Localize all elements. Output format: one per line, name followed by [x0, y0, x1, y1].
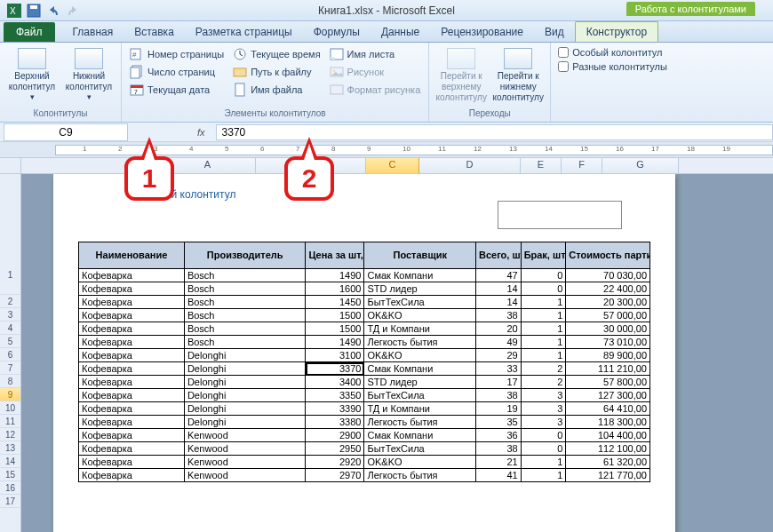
table-cell[interactable]: ТД и Компани [364, 402, 476, 416]
table-row[interactable]: КофеваркаDelonghi3350БытТехСила383127 30… [79, 389, 650, 402]
table-cell[interactable]: Кофеварка [79, 416, 185, 429]
table-row[interactable]: КофеваркаKenwood2950БытТехСила380112 100… [79, 442, 650, 456]
table-cell[interactable]: 3350 [306, 389, 364, 402]
table-cell[interactable]: Кофеварка [79, 376, 185, 389]
table-cell[interactable]: STD лидер [364, 282, 476, 296]
row-header[interactable]: 1 [0, 268, 20, 295]
table-header-cell[interactable]: Стоимость партии, р [566, 242, 650, 269]
page-area[interactable]: Верхний колонтитул НаименованиеПроизводи… [21, 174, 773, 532]
table-cell[interactable]: БытТехСила [364, 296, 476, 309]
table-cell[interactable]: Kenwood [184, 469, 306, 482]
table-cell[interactable]: 2920 [306, 456, 364, 469]
table-row[interactable]: КофеваркаKenwood2970Легкость бытия411121… [79, 469, 650, 482]
table-cell[interactable]: Delonghi [184, 349, 306, 362]
table-cell[interactable]: OK&KO [364, 456, 476, 469]
table-cell[interactable]: Kenwood [184, 442, 306, 456]
table-cell[interactable]: 104 400,00 [566, 429, 650, 442]
table-cell[interactable]: Bosch [184, 296, 306, 309]
table-header-cell[interactable]: Поставщик [364, 242, 476, 269]
tab-insert[interactable]: Вставка [124, 22, 185, 42]
table-cell[interactable]: БытТехСила [364, 442, 476, 456]
table-row[interactable]: КофеваркаDelonghi3390ТД и Компани19364 4… [79, 402, 650, 416]
table-cell[interactable]: Кофеварка [79, 349, 185, 362]
tab-data[interactable]: Данные [371, 22, 430, 42]
table-cell[interactable]: 1490 [306, 269, 364, 282]
table-header-cell[interactable]: Производитель [184, 242, 306, 269]
header-btn[interactable]: Верхний колонтитул [5, 46, 59, 107]
table-cell[interactable]: 0 [521, 269, 566, 282]
table-row[interactable]: КофеваркаBosch1450БытТехСила14120 300,00 [79, 296, 650, 309]
column-header[interactable]: G [602, 158, 679, 173]
tab-pagelayout[interactable]: Разметка страницы [185, 22, 303, 42]
table-cell[interactable]: 127 300,00 [566, 389, 650, 402]
column-header[interactable]: C [366, 158, 419, 173]
table-row[interactable]: КофеваркаKenwood2920OK&KO21161 320,00 [79, 456, 650, 469]
table-cell[interactable]: 0 [521, 282, 566, 296]
table-cell[interactable]: 0 [521, 442, 566, 456]
special-first-checkbox[interactable]: Особый колонтитул [556, 46, 669, 59]
table-cell[interactable]: 30 000,00 [566, 322, 650, 336]
fx-label[interactable]: fx [190, 125, 212, 139]
current-time-cmd[interactable]: Текущее время [230, 46, 323, 62]
table-cell[interactable]: 1 [521, 322, 566, 336]
row-header[interactable]: 6 [0, 348, 20, 361]
table-cell[interactable]: 3 [521, 416, 566, 429]
row-header[interactable]: 4 [0, 322, 20, 335]
table-cell[interactable]: Delonghi [184, 376, 306, 389]
table-cell[interactable]: Кофеварка [79, 309, 185, 322]
table-cell[interactable]: 57 000,00 [566, 309, 650, 322]
table-cell[interactable]: Кофеварка [79, 429, 185, 442]
table-cell[interactable]: 1 [521, 336, 566, 349]
table-row[interactable]: КофеваркаBosch1600STD лидер14022 400,00 [79, 282, 650, 296]
table-cell[interactable]: 17 [475, 376, 521, 389]
table-cell[interactable]: Смак Компани [364, 269, 476, 282]
table-cell[interactable]: 112 100,00 [566, 442, 650, 456]
page-count-cmd[interactable]: Число страниц [127, 64, 227, 80]
table-cell[interactable]: STD лидер [364, 376, 476, 389]
row-header[interactable]: 15 [0, 468, 20, 481]
table-cell[interactable]: 1490 [306, 336, 364, 349]
table-cell[interactable]: 121 770,00 [566, 469, 650, 482]
horizontal-ruler[interactable]: 12345678910111213141516171819 [55, 145, 773, 155]
table-cell[interactable]: Bosch [184, 269, 306, 282]
table-cell[interactable]: Кофеварка [79, 362, 185, 376]
tab-designer[interactable]: Конструктор [575, 21, 658, 42]
table-cell[interactable]: 41 [475, 469, 521, 482]
table-cell[interactable]: Смак Компани [364, 362, 476, 376]
file-name-cmd[interactable]: Имя файла [230, 82, 323, 98]
table-cell[interactable]: БытТехСила [364, 389, 476, 402]
table-cell[interactable]: 3100 [306, 349, 364, 362]
column-header[interactable]: F [562, 158, 602, 173]
tab-formulas[interactable]: Формулы [303, 22, 371, 42]
table-cell[interactable]: Delonghi [184, 362, 306, 376]
table-row[interactable]: КофеваркаDelonghi3370Смак Компани332111 … [79, 362, 650, 376]
table-cell[interactable]: Легкость бытия [364, 336, 476, 349]
header-edit-box[interactable] [498, 201, 622, 229]
table-cell[interactable]: 2 [521, 362, 566, 376]
table-cell[interactable]: Кофеварка [79, 269, 185, 282]
formula-input[interactable] [216, 124, 773, 140]
table-cell[interactable]: 20 300,00 [566, 296, 650, 309]
table-cell[interactable]: 1500 [306, 309, 364, 322]
table-cell[interactable]: Kenwood [184, 429, 306, 442]
table-cell[interactable]: Кофеварка [79, 336, 185, 349]
table-cell[interactable]: 1 [521, 296, 566, 309]
different-odd-even-checkbox[interactable]: Разные колонтитулы [556, 60, 669, 73]
table-cell[interactable]: Кофеварка [79, 296, 185, 309]
table-cell[interactable]: 0 [521, 429, 566, 442]
table-header-cell[interactable]: Всего, шт [475, 242, 521, 269]
table-cell[interactable]: 2950 [306, 442, 364, 456]
table-cell[interactable]: 70 030,00 [566, 269, 650, 282]
table-cell[interactable]: 1 [521, 309, 566, 322]
table-cell[interactable]: 2 [521, 376, 566, 389]
page-number-cmd[interactable]: #Номер страницы [127, 46, 227, 62]
table-cell[interactable]: Delonghi [184, 389, 306, 402]
table-row[interactable]: КофеваркаDelonghi3400STD лидер17257 800,… [79, 376, 650, 389]
table-row[interactable]: КофеваркаDelonghi3380Легкость бытия35311… [79, 416, 650, 429]
table-cell[interactable]: 61 320,00 [566, 456, 650, 469]
table-cell[interactable]: 1 [521, 456, 566, 469]
table-cell[interactable]: OK&KO [364, 309, 476, 322]
footer-btn[interactable]: Нижний колонтитул [62, 46, 116, 107]
table-cell[interactable]: Кофеварка [79, 402, 185, 416]
row-header[interactable]: 14 [0, 455, 20, 468]
